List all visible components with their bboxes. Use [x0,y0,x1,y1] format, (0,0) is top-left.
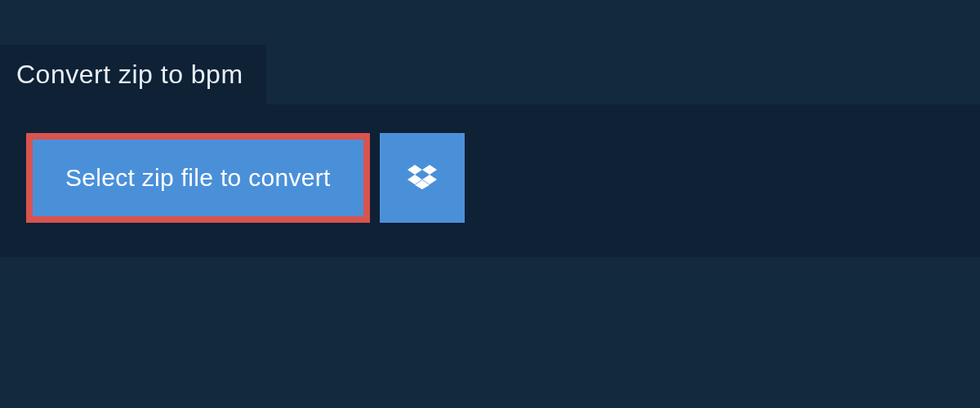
select-file-button[interactable]: Select zip file to convert [26,133,370,223]
dropbox-button[interactable] [380,133,465,223]
tab-title: Convert zip to bpm [16,60,243,89]
conversion-panel: Select zip file to convert [0,104,980,257]
select-file-label: Select zip file to convert [65,164,331,191]
dropbox-icon [408,162,437,194]
button-row: Select zip file to convert [26,133,954,223]
tab-convert[interactable]: Convert zip to bpm [0,45,266,104]
